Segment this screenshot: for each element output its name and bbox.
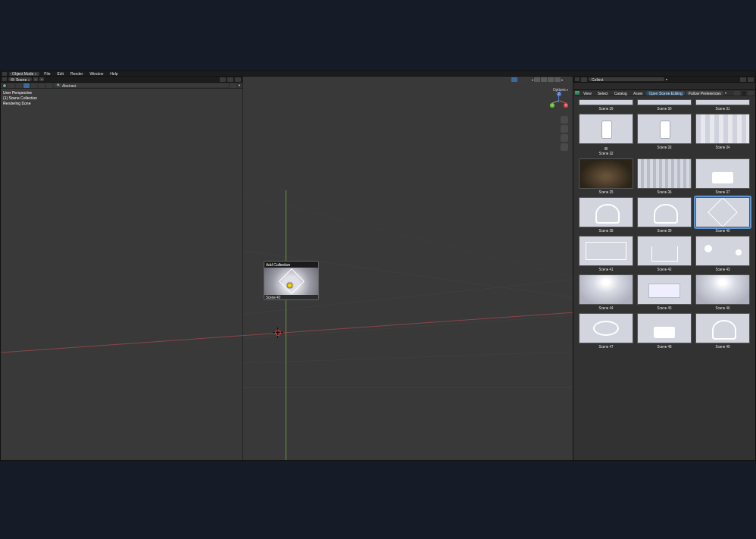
- asset-item[interactable]: Scene 38: [578, 197, 634, 233]
- asset-label: Scene 34: [715, 146, 729, 150]
- asset-item[interactable]: Scene 46: [695, 274, 751, 311]
- asset-thumbnail: [637, 99, 692, 105]
- asset-label: Scene 38: [598, 229, 613, 233]
- asset-item[interactable]: Scene 40: [695, 197, 751, 233]
- asset-thumbnail: [695, 236, 750, 266]
- asset-item[interactable]: Scene 33: [636, 114, 692, 156]
- new-collection-button[interactable]: [740, 77, 746, 82]
- asset-thumbnail: [637, 197, 692, 227]
- mode-label: Object Mode: [12, 71, 33, 76]
- asset-item[interactable]: Scene 49: [695, 313, 751, 349]
- asset-thumbnail: [579, 99, 633, 105]
- ab-search-input[interactable]: [742, 91, 746, 96]
- ab-menu-select[interactable]: Select: [595, 91, 611, 96]
- asset-grid: Scene 29Scene 30Scene 31Scene 32Scene 33…: [573, 96, 755, 353]
- chevron-down-icon: [35, 71, 36, 76]
- menu-edit[interactable]: Edit: [55, 71, 66, 76]
- asset-grid-scroll[interactable]: Scene 29Scene 30Scene 31Scene 32Scene 33…: [573, 96, 755, 460]
- ab-menu-view[interactable]: View: [581, 91, 594, 96]
- asset-item[interactable]: Scene 45: [636, 274, 692, 311]
- asset-label: Scene 35: [598, 190, 613, 195]
- asset-thumbnail: [695, 197, 750, 227]
- chevron-down-icon[interactable]: ▾: [725, 91, 726, 95]
- drag-preview-thumbnail: [264, 268, 318, 295]
- asset-item[interactable]: Scene 44: [578, 274, 634, 311]
- asset-thumbnail: [579, 313, 633, 343]
- asset-item[interactable]: Scene 32: [578, 114, 634, 156]
- ab-tab-follow-prefs[interactable]: Follow Preferences: [686, 91, 723, 96]
- ab-filter-icon[interactable]: [734, 91, 740, 96]
- asset-item[interactable]: Scene 29: [578, 99, 634, 111]
- asset-item[interactable]: Scene 31: [695, 99, 751, 111]
- asset-label: Scene 37: [715, 190, 729, 195]
- asset-label: Scene 42: [657, 268, 671, 272]
- asset-thumbnail: [579, 114, 633, 144]
- asset-label: Scene 39: [657, 229, 671, 233]
- asset-label: Scene 41: [598, 268, 613, 272]
- asset-thumbnail: [637, 236, 692, 266]
- ab-menu-catalog[interactable]: Catalog: [612, 91, 629, 96]
- menu-help[interactable]: Help: [108, 71, 120, 76]
- viewport-overlays: Add Collection Scene 40: [1, 77, 573, 460]
- blender-logo-icon: [2, 72, 7, 76]
- filter-icon[interactable]: [748, 77, 754, 82]
- ab-menu-asset[interactable]: Asset: [631, 91, 645, 96]
- asset-item[interactable]: Scene 37: [695, 158, 751, 195]
- asset-thumbnail: [637, 313, 692, 343]
- asset-label: Scene 43: [715, 268, 729, 272]
- asset-browser-icon[interactable]: [575, 91, 579, 95]
- asset-item[interactable]: Scene 30: [636, 99, 692, 111]
- drag-preview-card: Add Collection Scene 40: [264, 261, 319, 300]
- drag-preview-caption: Scene 40: [264, 295, 318, 300]
- outliner-body[interactable]: [573, 83, 755, 90]
- menu-render[interactable]: Render: [68, 71, 85, 76]
- asset-thumbnail: [579, 197, 633, 227]
- asset-item[interactable]: Scene 39: [636, 197, 692, 233]
- editor-type-icon[interactable]: [575, 77, 579, 81]
- asset-label: Scene 48: [657, 345, 671, 349]
- asset-item[interactable]: Scene 41: [578, 236, 634, 272]
- display-mode-icon[interactable]: [581, 77, 587, 82]
- asset-label: Scene 36: [657, 190, 671, 195]
- asset-item[interactable]: Scene 43: [695, 236, 751, 272]
- asset-item[interactable]: Scene 35: [578, 158, 634, 195]
- asset-thumbnail: [695, 274, 750, 305]
- ab-tab-open-scene[interactable]: Open Scene Editing: [646, 91, 684, 96]
- menu-file[interactable]: File: [42, 71, 52, 76]
- ab-settings-icon[interactable]: [748, 91, 754, 96]
- asset-label: Scene 32: [598, 152, 613, 156]
- asset-thumbnail: [695, 313, 750, 343]
- mode-select[interactable]: Object Mode: [9, 72, 39, 76]
- asset-thumbnail: [579, 158, 633, 189]
- drag-preview-title: Add Collection: [264, 262, 318, 268]
- app-window: Object Mode File Edit Render Window Help…: [0, 71, 756, 461]
- asset-item[interactable]: Scene 42: [636, 236, 692, 272]
- collection-field[interactable]: Collect: [589, 77, 664, 81]
- chevron-down-icon[interactable]: ▾: [666, 77, 667, 81]
- asset-thumbnail: [695, 99, 750, 105]
- asset-item[interactable]: Scene 48: [636, 313, 692, 349]
- asset-label: Scene 44: [598, 306, 613, 311]
- axis-y-world: [286, 190, 286, 460]
- left-pane: Scene + ×: [1, 77, 573, 460]
- menu-window[interactable]: Window: [87, 71, 105, 76]
- asset-item[interactable]: Scene 47: [578, 313, 634, 349]
- asset-label: Scene 40: [715, 229, 729, 233]
- asset-label: Scene 49: [715, 345, 729, 349]
- asset-item[interactable]: Scene 36: [636, 158, 692, 195]
- asset-label: Scene 33: [657, 146, 671, 150]
- asset-label: Scene 46: [715, 306, 729, 311]
- asset-browser-header: View Select Catalog Asset Open Scene Edi…: [573, 90, 755, 96]
- main-menu-bar: Object Mode File Edit Render Window Help: [1, 71, 755, 77]
- right-pane: Collect ▾ View Select Catalog Asset Open…: [573, 77, 755, 460]
- asset-thumbnail: [637, 114, 692, 144]
- outliner-header: Collect ▾: [573, 77, 755, 83]
- asset-label: Scene 29: [598, 107, 613, 111]
- asset-thumbnail: [637, 158, 692, 189]
- asset-label: Scene 30: [657, 107, 671, 111]
- asset-item[interactable]: Scene 34: [695, 114, 751, 156]
- asset-label: Scene 31: [715, 107, 729, 111]
- 3d-cursor-icon: [275, 330, 281, 336]
- asset-label: Scene 47: [598, 345, 613, 349]
- asset-thumbnail: [695, 114, 750, 144]
